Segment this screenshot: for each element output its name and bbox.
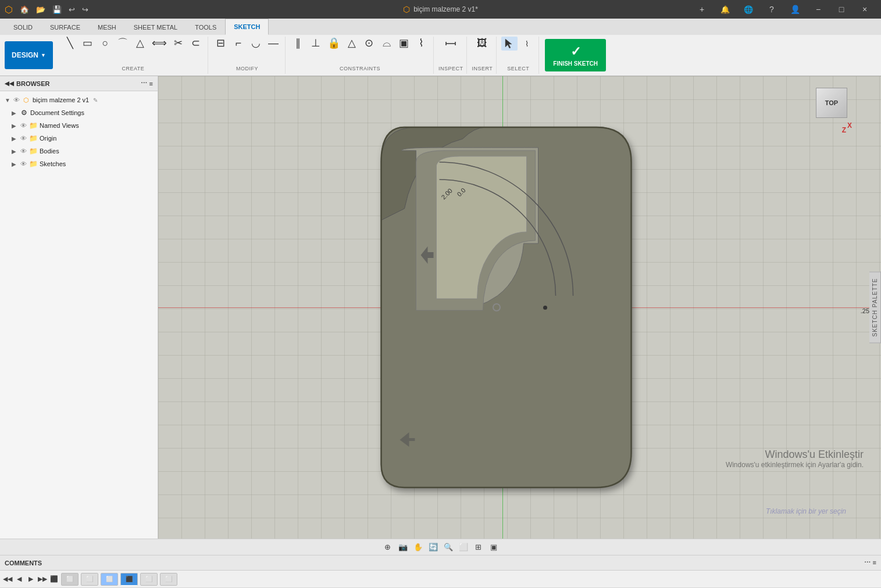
ribbon-group-insert: 🖼 INSERT (468, 37, 497, 74)
grid-origin-btn[interactable]: ⊕ (381, 541, 394, 554)
polygon-tool[interactable]: △ (132, 37, 148, 49)
named-views-folder-icon: 📁 (28, 121, 38, 130)
open-icon[interactable]: 📂 (34, 4, 48, 15)
dimension-tool[interactable]: ⟺ (149, 37, 169, 49)
root-eye-icon[interactable]: 👁 (13, 96, 20, 103)
rectangle-tool[interactable]: ▭ (80, 37, 96, 49)
nav-prev-btn[interactable]: ◀ (14, 574, 24, 585)
line-tool[interactable]: ╲ (62, 37, 79, 49)
browser-expand-icon[interactable]: ≡ (149, 80, 153, 87)
offset-tool[interactable]: ⊂ (188, 37, 204, 49)
insert-label: INSERT (472, 66, 493, 71)
nav-play-btn[interactable]: ▶ (26, 574, 36, 585)
app-quick-access: 🏠 📂 💾 ↩ ↪ (17, 4, 91, 15)
display-settings-btn[interactable]: ⊞ (472, 541, 485, 554)
sketch-palette-tab[interactable]: SKETCH PALETTE (869, 271, 881, 343)
timeline-tab-6[interactable]: ⬜ (160, 573, 177, 586)
timeline-tab-1[interactable]: ⬜ (61, 573, 79, 586)
ribbon-group-select: ⌇ SELECT (498, 37, 539, 74)
sketches-eye-icon[interactable]: 👁 (20, 160, 27, 167)
extend-tool[interactable]: ⌐ (230, 37, 247, 49)
maximize-btn[interactable]: □ (830, 0, 853, 19)
viewcube[interactable]: TOP X Z (811, 88, 852, 128)
symmetry-constraint[interactable]: ⌇ (413, 37, 430, 49)
timeline-tab-4[interactable]: ⬛ (120, 573, 138, 586)
comments-options-icon[interactable]: ⋯ (864, 559, 871, 567)
browser-title: BROWSER (16, 80, 49, 87)
pan-btn[interactable]: ✋ (412, 541, 425, 554)
bodies-eye-icon[interactable]: 👁 (20, 148, 27, 155)
triangle-constraint[interactable]: △ (344, 37, 360, 49)
redo-icon[interactable]: ↪ (80, 4, 91, 15)
fillet-tool[interactable]: ◡ (248, 37, 264, 49)
camera-btn[interactable]: 📷 (397, 541, 409, 554)
tree-sketches[interactable]: ▶ 👁 📁 Sketches (0, 157, 158, 170)
chamfer-tool[interactable]: — (265, 37, 281, 49)
window-select-btn[interactable]: ⬜ (457, 541, 470, 554)
tab-sheet-metal[interactable]: SHEET METAL (125, 19, 186, 35)
nav-last-btn[interactable]: ▶▶ (37, 574, 48, 585)
comments-expand-icon[interactable]: ≡ (873, 559, 876, 567)
sketches-arrow: ▶ (12, 161, 17, 167)
ribbon-group-inspect: INSPECT (435, 37, 468, 74)
root-edit-icon[interactable]: ✎ (93, 97, 98, 103)
help-icon[interactable]: ? (760, 0, 783, 19)
tree-named-views[interactable]: ▶ 👁 📁 Named Views (0, 119, 158, 132)
collapse-icon[interactable]: ◀◀ (5, 80, 14, 87)
tangent-constraint[interactable]: ⌓ (379, 37, 395, 49)
cursor-icon (504, 38, 515, 49)
tab-sketch[interactable]: SKETCH (225, 19, 269, 35)
select-filter[interactable]: ⌇ (519, 39, 535, 49)
viewport-wrapper: ◀◀ BROWSER ⋯ ≡ ▼ 👁 ⬡ biçim malzeme 2 v1 … (0, 76, 881, 539)
browser-options-icon[interactable]: ⋯ (141, 80, 147, 87)
perpendicular-constraint[interactable]: ⊥ (308, 37, 324, 49)
tab-solid[interactable]: SOLID (5, 19, 41, 35)
nav-first-btn[interactable]: ◀◀ (2, 574, 13, 585)
minimize-btn[interactable]: − (807, 0, 830, 19)
circle-constraint[interactable]: ⊙ (361, 37, 377, 49)
home-icon[interactable]: 🏠 (17, 4, 31, 15)
tab-tools[interactable]: TOOLS (186, 19, 225, 35)
new-tab-btn[interactable]: + (690, 0, 714, 19)
lock-constraint[interactable]: 🔒 (325, 37, 343, 49)
save-icon[interactable]: 💾 (50, 4, 64, 15)
viewport[interactable]: 2.00 0.0 ≡ (158, 76, 881, 539)
measure-tool[interactable] (443, 37, 459, 51)
timeline-tabs: ⬜ ⬜ ⬜ ⬛ ⬜ ⬜ (60, 573, 879, 586)
close-btn[interactable]: × (853, 0, 876, 19)
trim-tool[interactable]: ✂ (170, 37, 187, 49)
tree-root[interactable]: ▼ 👁 ⬡ biçim malzeme 2 v1 ✎ (0, 94, 158, 106)
tab-surface[interactable]: SURFACE (41, 19, 89, 35)
arc-tool[interactable]: ⌒ (115, 37, 131, 49)
zoom-btn[interactable]: 🔍 (442, 541, 455, 554)
tree-origin[interactable]: ▶ 👁 📁 Origin (0, 132, 158, 145)
orbit-btn[interactable]: 🔄 (427, 541, 440, 554)
tree-doc-settings[interactable]: ▶ ⚙ Document Settings (0, 106, 158, 119)
viewcube-face-top[interactable]: TOP (816, 88, 847, 118)
inspect-tools (443, 37, 459, 51)
finish-sketch-button[interactable]: ✓ FINISH SKETCH (545, 39, 606, 71)
tree-bodies[interactable]: ▶ 👁 📁 Bodies (0, 145, 158, 157)
browser-panel: ◀◀ BROWSER ⋯ ≡ ▼ 👁 ⬡ biçim malzeme 2 v1 … (0, 76, 158, 539)
user-icon[interactable]: 👤 (783, 0, 807, 19)
online-icon[interactable]: 🌐 (737, 0, 760, 19)
project-tool[interactable]: ⊟ (213, 37, 229, 49)
tab-mesh[interactable]: MESH (89, 19, 125, 35)
more-btn[interactable]: ▣ (487, 541, 500, 554)
equal-constraint[interactable]: ▣ (396, 37, 412, 49)
select-label: SELECT (507, 66, 529, 71)
timeline-tab-2[interactable]: ⬜ (81, 573, 98, 586)
timeline-tab-5[interactable]: ⬜ (140, 573, 158, 586)
timeline-tab-3[interactable]: ⬜ (101, 573, 118, 586)
circle-tool[interactable]: ○ (97, 37, 113, 49)
nav-record-btn[interactable]: ⬛ (49, 574, 59, 585)
origin-eye-icon[interactable]: 👁 (20, 135, 27, 142)
named-views-eye-icon[interactable]: 👁 (20, 122, 27, 129)
image-insert[interactable]: 🖼 (474, 37, 490, 49)
parallel-constraint[interactable]: ∥ (290, 37, 306, 49)
undo-icon[interactable]: ↩ (66, 4, 77, 15)
design-button[interactable]: DESIGN ▼ (5, 41, 53, 69)
notification-icon[interactable]: 🔔 (714, 0, 737, 19)
browser-tree: ▼ 👁 ⬡ biçim malzeme 2 v1 ✎ ▶ ⚙ Document … (0, 91, 158, 539)
select-tool[interactable] (501, 37, 518, 51)
